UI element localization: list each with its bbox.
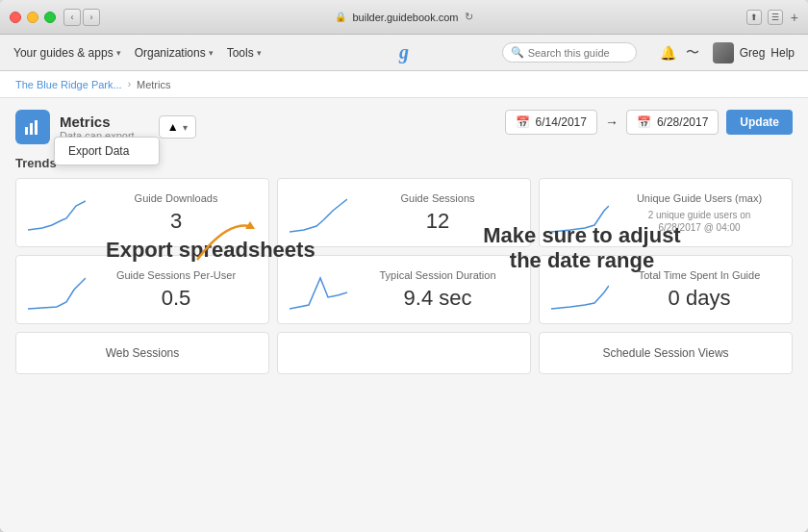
metric-title: Guide Downloads bbox=[95, 191, 257, 205]
metrics-title: Metrics bbox=[60, 114, 143, 130]
nav-guides[interactable]: Your guides & apps ▾ bbox=[13, 46, 121, 60]
bell-icon[interactable]: 🔔 bbox=[660, 45, 676, 61]
toolbar-icons: 🔔 〜 bbox=[660, 44, 699, 62]
date-range: 📅 6/14/2017 → 📅 6/28/2017 Update bbox=[505, 110, 793, 135]
svg-rect-2 bbox=[35, 120, 38, 135]
end-date-input[interactable]: 📅 6/28/2017 bbox=[626, 110, 719, 135]
sparkline-chart bbox=[290, 191, 347, 235]
metric-card-guide-sessions: Guide Sessions 12 bbox=[277, 178, 531, 247]
reload-button[interactable]: ↻ bbox=[465, 11, 473, 23]
share-button[interactable]: ⬆ bbox=[746, 10, 762, 25]
metric-info: Guide Sessions Per-User 0.5 bbox=[95, 268, 257, 311]
sparkline-chart bbox=[290, 268, 347, 312]
metric-info: Total Time Spent In Guide 0 days bbox=[619, 268, 780, 311]
metric-value: 0.5 bbox=[95, 286, 257, 311]
search-input[interactable] bbox=[528, 47, 628, 59]
sparkline-chart bbox=[28, 268, 86, 312]
activity-icon[interactable]: 〜 bbox=[686, 44, 699, 62]
web-sessions-label: Web Sessions bbox=[106, 346, 179, 360]
metric-card-session-duration: Typical Session Duration 9.4 sec bbox=[277, 255, 531, 324]
close-button[interactable] bbox=[10, 12, 21, 23]
export-toggle-button[interactable]: ▲ ▾ bbox=[159, 115, 196, 139]
chevron-up-icon: ▾ bbox=[183, 122, 188, 133]
search-box[interactable]: 🔍 bbox=[502, 42, 637, 63]
metric-info: Typical Session Duration 9.4 sec bbox=[357, 268, 518, 311]
web-sessions-card[interactable]: Web Sessions bbox=[15, 332, 269, 374]
back-button[interactable]: ‹ bbox=[63, 9, 81, 26]
svg-rect-1 bbox=[30, 123, 33, 135]
chart-icon bbox=[23, 117, 42, 137]
export-dropdown: Export Data bbox=[54, 137, 160, 165]
calendar-icon: 📅 bbox=[637, 115, 651, 129]
breadcrumb: The Blue Ridge Park... › Metrics bbox=[0, 71, 808, 98]
minimize-button[interactable] bbox=[27, 12, 38, 23]
maximize-button[interactable] bbox=[44, 12, 56, 23]
metric-card-unique-users: Unique Guide Users (max) 2 unique guide … bbox=[539, 178, 793, 247]
end-date-value: 6/28/2017 bbox=[657, 115, 708, 129]
chevron-down-icon: ▾ bbox=[209, 48, 214, 58]
add-tab-button[interactable]: + bbox=[791, 10, 798, 25]
forward-button[interactable]: › bbox=[83, 9, 100, 26]
nav-organizations[interactable]: Organizations ▾ bbox=[135, 46, 214, 60]
empty-card bbox=[277, 332, 531, 374]
export-toggle-label: ▲ bbox=[167, 120, 179, 134]
metric-card-guide-downloads: Guide Downloads 3 bbox=[15, 178, 269, 247]
metric-value: 9.4 sec bbox=[357, 286, 518, 311]
metric-title: Guide Sessions bbox=[357, 191, 518, 205]
breadcrumb-separator: › bbox=[128, 79, 131, 89]
metric-title: Unique Guide Users (max) bbox=[619, 191, 780, 205]
metrics-icon bbox=[15, 110, 50, 144]
help-link[interactable]: Help bbox=[770, 46, 795, 60]
calendar-icon: 📅 bbox=[516, 115, 530, 129]
breadcrumb-current: Metrics bbox=[137, 79, 170, 90]
search-icon: 🔍 bbox=[511, 46, 524, 59]
metric-info: Unique Guide Users (max) 2 unique guide … bbox=[619, 191, 780, 234]
metrics-grid: Guide Downloads 3 Guide Sessions 12 bbox=[15, 178, 793, 324]
metric-card-total-time: Total Time Spent In Guide 0 days bbox=[539, 255, 793, 324]
metric-info: Guide Sessions 12 bbox=[357, 191, 518, 234]
metric-value: 0 days bbox=[619, 286, 780, 311]
sparkline-chart bbox=[28, 191, 86, 235]
avatar bbox=[713, 42, 734, 63]
metric-sub: 2 unique guide users on6/28/2017 @ 04:00 bbox=[619, 209, 780, 234]
schedule-sessions-label: Schedule Session Views bbox=[602, 346, 728, 360]
titlebar: ‹ › 🔒 builder.guidebook.com ↻ ⬆ ☰ + bbox=[0, 0, 808, 35]
metric-value: 12 bbox=[357, 209, 518, 234]
update-button[interactable]: Update bbox=[726, 110, 793, 135]
sparkline-chart bbox=[551, 191, 609, 235]
sparkline-chart bbox=[551, 268, 609, 312]
main-content: Metrics Data can export... ▲ ▾ Export Da… bbox=[0, 98, 808, 532]
username-label[interactable]: Greg bbox=[740, 46, 766, 60]
lock-icon: 🔒 bbox=[335, 12, 346, 22]
start-date-value: 6/14/2017 bbox=[536, 115, 587, 129]
metric-value: 3 bbox=[95, 209, 257, 234]
user-area: Greg Help bbox=[713, 42, 795, 63]
metric-title: Guide Sessions Per-User bbox=[95, 268, 257, 282]
breadcrumb-parent[interactable]: The Blue Ridge Park... bbox=[15, 79, 122, 90]
browser-window: ‹ › 🔒 builder.guidebook.com ↻ ⬆ ☰ + Your… bbox=[0, 0, 808, 532]
schedule-sessions-card[interactable]: Schedule Session Views bbox=[539, 332, 793, 374]
export-data-item[interactable]: Export Data bbox=[55, 138, 159, 165]
titlebar-right: ⬆ ☰ + bbox=[746, 10, 798, 25]
nav-tools[interactable]: Tools ▾ bbox=[227, 46, 262, 60]
chevron-down-icon: ▾ bbox=[257, 48, 262, 58]
metric-title: Typical Session Duration bbox=[357, 268, 518, 282]
nav-arrows: ‹ › bbox=[63, 9, 100, 26]
traffic-lights bbox=[10, 12, 56, 23]
chevron-down-icon: ▾ bbox=[116, 48, 121, 58]
url-text: builder.guidebook.com bbox=[352, 12, 458, 23]
main-toolbar: Your guides & apps ▾ Organizations ▾ Too… bbox=[0, 35, 808, 71]
address-bar: 🔒 builder.guidebook.com ↻ bbox=[335, 11, 472, 23]
metrics-left: Metrics Data can export... ▲ ▾ Export Da… bbox=[15, 110, 196, 144]
metrics-header: Metrics Data can export... ▲ ▾ Export Da… bbox=[15, 110, 793, 144]
sidebar-toggle-button[interactable]: ☰ bbox=[768, 10, 783, 25]
svg-rect-0 bbox=[25, 127, 28, 135]
metric-card-sessions-per-user: Guide Sessions Per-User 0.5 bbox=[15, 255, 269, 324]
metric-info: Guide Downloads 3 bbox=[95, 191, 257, 234]
metric-title: Total Time Spent In Guide bbox=[619, 268, 780, 282]
start-date-input[interactable]: 📅 6/14/2017 bbox=[505, 110, 597, 135]
date-range-arrow: → bbox=[605, 114, 619, 130]
bottom-cards: Web Sessions Schedule Session Views bbox=[15, 332, 793, 374]
app-logo: g bbox=[399, 41, 409, 63]
